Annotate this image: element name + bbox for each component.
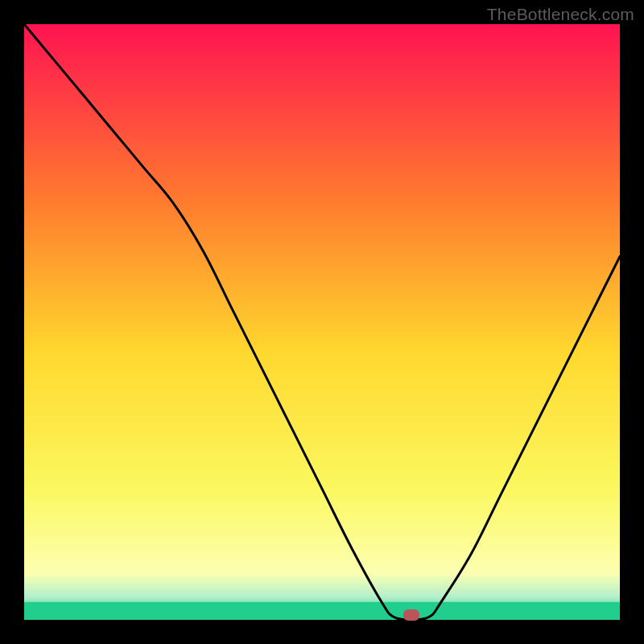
chart-container: TheBottleneck.com (0, 0, 644, 644)
bottleneck-chart (0, 0, 644, 644)
green-band (24, 602, 620, 620)
optimum-marker (403, 609, 419, 621)
plot-background (24, 24, 620, 620)
plot-area (24, 24, 620, 621)
watermark-text: TheBottleneck.com (487, 5, 634, 24)
